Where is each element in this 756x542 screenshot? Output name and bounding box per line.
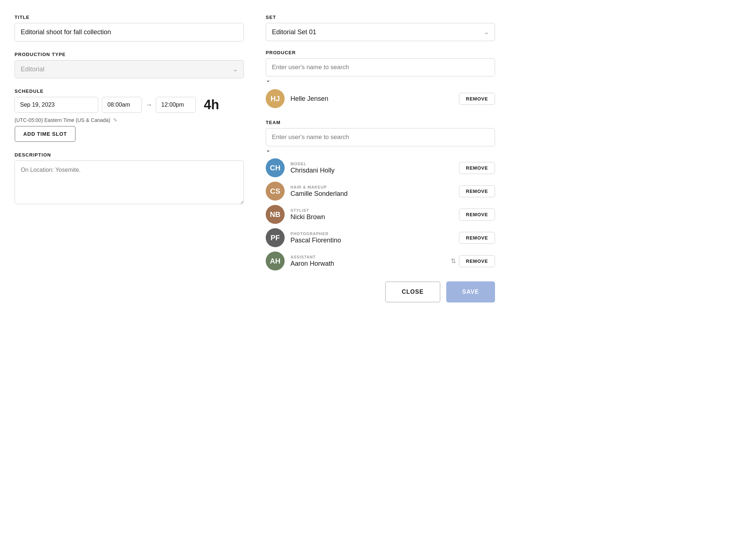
team-member-avatar: CH — [266, 158, 285, 177]
team-member-remove-button[interactable]: REMOVE — [459, 232, 495, 244]
team-member-actions: ⇅REMOVE — [451, 255, 495, 267]
team-member-actions: REMOVE — [459, 209, 495, 221]
timezone-row: (UTC-05:00) Eastern Time (US & Canada) ✎ — [15, 117, 244, 123]
team-member-avatar: NB — [266, 205, 285, 224]
team-member-actions: REMOVE — [459, 185, 495, 197]
team-search-wrapper: ⌄ — [266, 128, 495, 153]
team-member-avatar-face: AH — [266, 252, 285, 270]
description-field-group: DESCRIPTION — [15, 152, 244, 204]
team-member-avatar: AH — [266, 252, 285, 270]
schedule-date-input[interactable] — [15, 97, 98, 113]
title-input[interactable] — [15, 23, 244, 41]
set-select[interactable]: Editorial Set 01 — [266, 23, 495, 41]
team-member-name: Aaron Horwath — [290, 260, 445, 268]
title-label: TITLE — [15, 15, 244, 20]
team-member-avatar-face: PF — [266, 228, 285, 247]
producer-search-wrapper: ⌄ — [266, 58, 495, 83]
add-time-slot-button[interactable]: ADD TIME SLOT — [15, 126, 76, 142]
title-field-group: TITLE — [15, 15, 244, 41]
swap-icon[interactable]: ⇅ — [451, 257, 456, 265]
edit-timezone-icon[interactable]: ✎ — [113, 117, 118, 123]
team-member-avatar-face: CS — [266, 182, 285, 201]
team-member-row: CHMODELChrisdani HollyREMOVE — [266, 156, 495, 179]
set-label: SET — [266, 15, 495, 20]
team-member-role: ASSISTANT — [290, 255, 445, 259]
team-member-role: PHOTOGRAPHER — [290, 232, 453, 236]
description-textarea[interactable] — [15, 161, 244, 204]
team-search-chevron-icon: ⌄ — [266, 147, 270, 153]
team-member-info: PHOTOGRAPHERPascal Fiorentino — [290, 232, 453, 244]
team-member-row: NBSTYLISTNicki BrownREMOVE — [266, 203, 495, 226]
team-member-remove-button[interactable]: REMOVE — [459, 162, 495, 174]
team-member-info: ASSISTANTAaron Horwath — [290, 255, 445, 268]
close-button[interactable]: CLOSE — [385, 281, 440, 302]
team-member-actions: REMOVE — [459, 162, 495, 174]
team-member-avatar-face: NB — [266, 205, 285, 224]
team-member-row: AHASSISTANTAaron Horwath⇅REMOVE — [266, 249, 495, 273]
team-members-list: CHMODELChrisdani HollyREMOVECSHAIR & MAK… — [266, 156, 495, 273]
production-type-label: PRODUCTION TYPE — [15, 52, 244, 57]
schedule-row: → 4h — [15, 97, 244, 113]
producer-name: Helle Jensen — [290, 95, 453, 103]
team-member-avatar-face: CH — [266, 158, 285, 177]
team-member-row: CSHAIR & MAKEUPCamille SonderlandREMOVE — [266, 179, 495, 203]
team-member-info: MODELChrisdani Holly — [290, 162, 453, 174]
team-member-role: HAIR & MAKEUP — [290, 185, 453, 189]
team-member-name: Chrisdani Holly — [290, 167, 453, 174]
team-member-remove-button[interactable]: REMOVE — [459, 255, 495, 267]
team-member-name: Nicki Brown — [290, 213, 453, 221]
timezone-text: (UTC-05:00) Eastern Time (US & Canada) — [15, 117, 110, 123]
schedule-field-group: SCHEDULE → 4h (UTC-05:00) Eastern Time (… — [15, 88, 244, 142]
set-field-group: SET Editorial Set 01 ⌄ — [266, 15, 495, 41]
team-member-remove-button[interactable]: REMOVE — [459, 209, 495, 221]
producer-avatar-face: HJ — [266, 89, 285, 108]
production-type-select-wrapper: Editorial ⌄ — [15, 60, 244, 78]
team-member-row: PFPHOTOGRAPHERPascal FiorentinoREMOVE — [266, 226, 495, 249]
team-member-actions: REMOVE — [459, 232, 495, 244]
schedule-label: SCHEDULE — [15, 88, 244, 94]
producer-search-input[interactable] — [266, 58, 495, 76]
producer-remove-button[interactable]: REMOVE — [459, 93, 495, 105]
schedule-end-time-input[interactable] — [156, 97, 196, 113]
team-member-avatar: PF — [266, 228, 285, 247]
team-search-input[interactable] — [266, 128, 495, 146]
producer-person-row: HJ Helle Jensen REMOVE — [266, 86, 495, 111]
producer-field-group: PRODUCER ⌄ HJ Helle Jensen REMOVE — [266, 50, 495, 111]
production-type-select[interactable]: Editorial — [15, 60, 244, 78]
team-member-info: HAIR & MAKEUPCamille Sonderland — [290, 185, 453, 198]
team-member-name: Camille Sonderland — [290, 190, 453, 198]
production-type-field-group: PRODUCTION TYPE Editorial ⌄ — [15, 52, 244, 78]
team-member-role: STYLIST — [290, 208, 453, 213]
team-member-role: MODEL — [290, 162, 453, 166]
team-member-remove-button[interactable]: REMOVE — [459, 185, 495, 197]
producer-label: PRODUCER — [266, 50, 495, 55]
schedule-duration: 4h — [204, 97, 219, 112]
team-field-group: TEAM ⌄ CHMODELChrisdani HollyREMOVECSHAI… — [266, 120, 495, 273]
producer-search-chevron-icon: ⌄ — [266, 77, 270, 83]
footer-actions: CLOSE SAVE — [15, 281, 495, 302]
arrow-icon: → — [146, 101, 152, 109]
set-select-wrapper: Editorial Set 01 ⌄ — [266, 23, 495, 41]
team-label: TEAM — [266, 120, 495, 125]
team-member-info: STYLISTNicki Brown — [290, 208, 453, 221]
team-member-name: Pascal Fiorentino — [290, 237, 453, 244]
save-button[interactable]: SAVE — [446, 281, 495, 302]
team-member-avatar: CS — [266, 182, 285, 201]
description-label: DESCRIPTION — [15, 152, 244, 158]
schedule-start-time-input[interactable] — [102, 97, 142, 113]
producer-avatar: HJ — [266, 89, 285, 108]
